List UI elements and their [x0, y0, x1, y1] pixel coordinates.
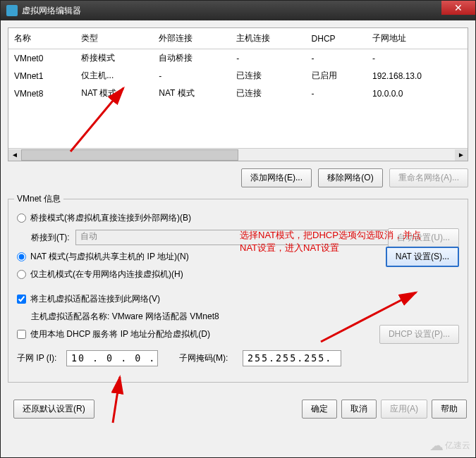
dhcp-label: 使用本地 DHCP 服务将 IP 地址分配给虚拟机(D)	[30, 328, 210, 340]
annotation-text: 选择NAT模式，把DHCP选项勾选取消，并点 NAT设置，进入NAT设置	[240, 229, 421, 254]
cancel-button[interactable]: 取消	[341, 400, 377, 419]
close-button[interactable]: ✕	[441, 1, 475, 15]
dhcp-checkbox[interactable]	[17, 330, 26, 339]
nat-mode-radio[interactable]	[17, 252, 26, 261]
subnet-mask-label: 子网掩码(M):	[179, 352, 243, 364]
table-row[interactable]: VMnet1 仅主机... - 已连接 已启用 192.168.13.0	[8, 67, 468, 85]
host-adapter-prefix: 主机虚拟适配器名称:	[31, 311, 112, 321]
network-table[interactable]: 名称 类型 外部连接 主机连接 DHCP 子网地址 VMnet0 桥接模式 自动…	[8, 27, 468, 161]
vmnet-info-group: VMnet 信息 桥接模式(将虚拟机直接连接到外部网络)(B) 桥接到(T): …	[8, 199, 468, 383]
app-icon	[6, 5, 18, 16]
connect-host-adapter-label: 将主机虚拟适配器连接到此网络(V)	[30, 293, 160, 305]
bridge-mode-label: 桥接模式(将虚拟机直接连接到外部网络)(B)	[30, 212, 191, 224]
scroll-left-icon[interactable]: ◄	[8, 149, 21, 161]
horizontal-scrollbar[interactable]: ◄ ►	[8, 148, 468, 161]
ok-button[interactable]: 确定	[302, 400, 337, 419]
col-host[interactable]: 主机连接	[231, 28, 305, 49]
col-ext[interactable]: 外部连接	[153, 28, 231, 49]
remove-network-button[interactable]: 移除网络(O)	[318, 168, 382, 187]
bridge-mode-radio[interactable]	[17, 213, 26, 223]
dhcp-settings-button[interactable]: DHCP 设置(P)...	[379, 325, 459, 344]
scroll-thumb[interactable]	[21, 149, 238, 161]
hostonly-mode-radio[interactable]	[17, 270, 26, 279]
col-dhcp[interactable]: DHCP	[306, 28, 367, 49]
window-title: 虚拟网络编辑器	[22, 1, 81, 20]
cloud-icon: ☁	[429, 437, 444, 454]
host-adapter-name: VMware 网络适配器 VMnet8	[112, 311, 219, 321]
add-network-button[interactable]: 添加网络(E)...	[241, 168, 312, 187]
nat-mode-label: NAT 模式(与虚拟机共享主机的 IP 地址)(N)	[30, 251, 189, 263]
subnet-mask-input[interactable]	[243, 350, 341, 366]
scroll-right-icon[interactable]: ►	[455, 149, 468, 161]
table-row[interactable]: VMnet0 桥接模式 自动桥接 - - -	[8, 49, 468, 68]
restore-defaults-button[interactable]: 还原默认设置(R)	[13, 400, 94, 419]
subnet-ip-input[interactable]	[66, 350, 158, 366]
col-subnet[interactable]: 子网地址	[367, 28, 468, 49]
col-name[interactable]: 名称	[8, 28, 75, 49]
titlebar: 虚拟网络编辑器 ✕	[1, 1, 475, 20]
bridge-to-label: 桥接到(T):	[31, 232, 70, 244]
hostonly-mode-label: 仅主机模式(在专用网络内连接虚拟机)(H)	[30, 268, 183, 280]
watermark: ☁ 亿速云	[429, 437, 470, 454]
col-type[interactable]: 类型	[75, 28, 153, 49]
table-header-row: 名称 类型 外部连接 主机连接 DHCP 子网地址	[8, 28, 468, 49]
connect-host-adapter-checkbox[interactable]	[17, 295, 26, 304]
help-button[interactable]: 帮助	[432, 400, 467, 419]
subnet-ip-label: 子网 IP (I):	[17, 352, 66, 364]
apply-button[interactable]: 应用(A)	[381, 400, 427, 419]
table-row[interactable]: VMnet8 NAT 模式 NAT 模式 已连接 - 10.0.0.0	[8, 85, 468, 102]
rename-network-button[interactable]: 重命名网络(A)...	[389, 168, 468, 187]
group-title: VMnet 信息	[14, 193, 63, 205]
